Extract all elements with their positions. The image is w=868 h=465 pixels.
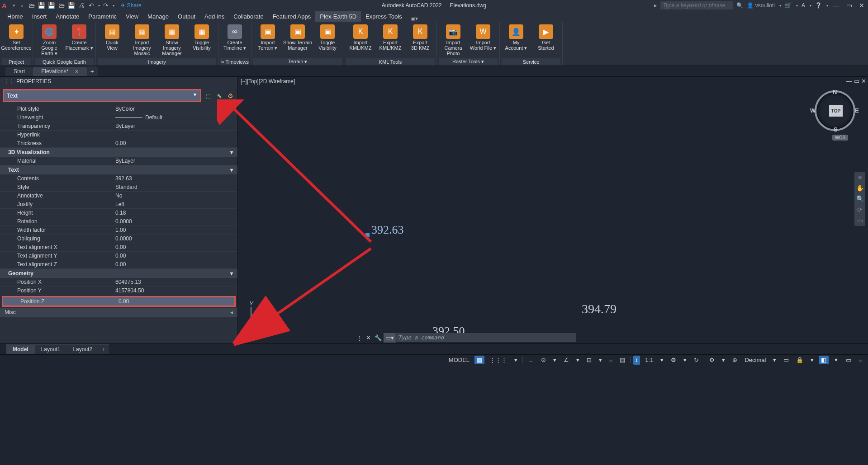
panel-title[interactable]: Project [2, 58, 31, 66]
group-geometry[interactable]: Geometry▾ [0, 269, 237, 278]
ribbon-create-placemark[interactable]: 📍Create Placemark ▾ [65, 23, 94, 58]
nav-pan-icon[interactable]: ✋ [856, 184, 864, 192]
doc-tab-start[interactable]: Start [5, 67, 33, 76]
close-tab-icon[interactable]: ✕ [75, 69, 79, 74]
nav-zoom-icon[interactable]: 🔍 [856, 195, 864, 202]
menu-tab-collaborate[interactable]: Collaborate [229, 11, 268, 22]
group-text[interactable]: Text▾ [0, 165, 237, 174]
viewcube[interactable]: TOP N S E W [815, 90, 855, 131]
layout-drop-icon[interactable]: ▶ [654, 4, 657, 8]
prop-value[interactable]: 392.63 [115, 175, 237, 182]
status-hardware-icon[interactable]: ✦ [831, 356, 841, 364]
status-osnap-icon[interactable]: ⊡ [584, 356, 594, 364]
status-scale[interactable]: 1:1 [643, 356, 655, 364]
user-account[interactable]: 👤 vsoulioti [747, 2, 775, 9]
quick-select-icon[interactable]: ⚙ [226, 91, 235, 100]
ribbon-toggle-visibility[interactable]: ▣Toggle Visibility [313, 23, 342, 58]
prop-value[interactable]: Standard [115, 184, 237, 190]
prop-material[interactable]: MaterialByLayer [0, 157, 237, 165]
status-isodraft-icon[interactable]: ∠ [561, 356, 571, 364]
help-icon[interactable]: ❔ [815, 2, 822, 9]
selected-text-object[interactable]: 392.63 [371, 223, 404, 237]
qat-undo-icon[interactable]: ↶ [87, 1, 95, 9]
prop-height[interactable]: Height0.18 [0, 209, 237, 217]
cmd-customize-icon[interactable]: ⋮ [355, 334, 364, 341]
menu-tab-home[interactable]: Home [3, 11, 28, 22]
ribbon-import-kml-kmz[interactable]: KImport KML/KMZ [346, 23, 375, 58]
prop-value[interactable]: Default [115, 114, 237, 121]
prop-lineweight[interactable]: LineweightDefault [0, 113, 237, 122]
redo-drop[interactable]: ▾ [113, 4, 114, 8]
ribbon-zoom-google-earth[interactable]: 🌐Zoom Google Earth ▾ [35, 23, 64, 58]
status-transparency-icon[interactable]: ▤ [617, 356, 627, 364]
nav-showmotion-icon[interactable]: ▭ [857, 217, 863, 224]
navigation-bar[interactable]: ⎈ ✋ 🔍 ⟳ ▭ [854, 172, 865, 226]
ribbon-set-georeference[interactable]: ✦Set Georeference [2, 23, 31, 58]
ribbon-show-terrain-manager[interactable]: ▣Show Terrain Manager [283, 23, 312, 58]
qat-save-icon[interactable]: 💾 [38, 1, 46, 9]
prop-value[interactable]: ByLayer [115, 158, 237, 164]
panel-grip-icon[interactable]: ⋮⋮ [4, 78, 14, 85]
menu-tab-output[interactable]: Output [173, 11, 200, 22]
prop-width-factor[interactable]: Width factor1.00 [0, 226, 237, 235]
ribbon-import-imagery-mosaic[interactable]: ▦Import Imagery Mosaic [128, 23, 157, 58]
ribbon-quick-view[interactable]: ▦Quick View [98, 23, 127, 58]
panel-title[interactable]: Quick Google Earth [35, 58, 94, 66]
status-annoscale-icon[interactable]: ⟟ [633, 356, 640, 365]
new-doc-tab[interactable]: + [87, 66, 98, 76]
prop-value[interactable]: 0.0000 [115, 235, 237, 242]
prop-hyperlink[interactable]: Hyperlink [0, 131, 237, 139]
cart-icon[interactable]: 🛒 [785, 2, 792, 9]
menu-tab-manage[interactable]: Manage [143, 11, 173, 22]
ribbon-my-account[interactable]: 👤My Account ▾ [502, 23, 531, 58]
qat-plot-icon[interactable]: 🖨 [77, 1, 85, 9]
prop-plot-style[interactable]: Plot styleByColor [0, 105, 237, 113]
vp-restore-icon[interactable]: ▭ [854, 78, 859, 85]
layout-tab-layout2[interactable]: Layout2 [66, 344, 99, 354]
user-drop[interactable]: ▾ [779, 4, 781, 8]
prop-style[interactable]: StyleStandard [0, 183, 237, 192]
doc-tab-elevations[interactable]: Elevations* ✕ [33, 67, 86, 76]
prop-transparency[interactable]: TransparencyByLayer [0, 122, 237, 131]
status-grid-icon[interactable]: ▦ [474, 356, 484, 364]
menu-tab-plex-earth-5d[interactable]: Plex-Earth 5D [315, 11, 361, 22]
layout-tab-layout1[interactable]: Layout1 [35, 344, 67, 354]
prop-text-alignment-z[interactable]: Text alignment Z0.00 [0, 260, 237, 269]
undo-drop[interactable]: ▾ [98, 4, 100, 8]
ribbon-get-started[interactable]: ▶Get Started [531, 23, 560, 58]
viewcube-face[interactable]: TOP [829, 105, 843, 117]
prop-position-x[interactable]: Position X604975.13 [0, 278, 237, 287]
cmd-wrench-icon[interactable]: 🔧 [373, 334, 384, 341]
wcs-badge[interactable]: WCS [832, 135, 848, 141]
prop-contents[interactable]: Contents392.63 [0, 174, 237, 183]
status-cycle-icon[interactable]: ↻ [692, 356, 701, 364]
ribbon-import-world-file[interactable]: WImport World File ▾ [469, 23, 498, 58]
viewcube-e[interactable]: E [855, 107, 859, 114]
ribbon-show-imagery-manager[interactable]: ▦Show Imagery Manager [157, 23, 186, 58]
status-snapmode-drop[interactable]: ▾ [512, 356, 520, 364]
command-input[interactable] [395, 333, 576, 342]
restore-button[interactable]: ▭ [844, 2, 854, 9]
cmd-close-icon[interactable]: ✕ [364, 334, 373, 341]
select-objects-icon[interactable]: ⬉ [215, 91, 224, 100]
command-line[interactable]: ⋮ ✕ 🔧 ▭▾ [355, 333, 576, 343]
vp-close-icon[interactable]: ✕ [861, 78, 866, 85]
toggle-pickadd-icon[interactable]: ⬚ [204, 91, 213, 100]
minimize-button[interactable]: — [832, 2, 841, 9]
viewcube-w[interactable]: W [810, 107, 816, 114]
prop-value[interactable]: 0.00 [115, 140, 237, 146]
cmd-history-icon[interactable]: ▭▾ [384, 333, 396, 343]
prop-value[interactable] [115, 132, 237, 138]
status-workspace-icon[interactable]: ⚙ [707, 356, 717, 364]
viewcube-n[interactable]: N [833, 89, 837, 95]
prop-value[interactable]: ByColor [115, 106, 237, 112]
share-button[interactable]: ✈ Share [121, 2, 142, 9]
panel-title[interactable]: ∞ Timeviews [220, 58, 249, 66]
status-isolate-icon[interactable]: ◧ [819, 356, 829, 364]
prop-value[interactable]: Left [115, 201, 237, 207]
status-ortho-icon[interactable]: ∟ [526, 356, 536, 364]
prop-value[interactable]: 0.0000 [115, 218, 237, 225]
menu-tab-view[interactable]: View [121, 11, 143, 22]
viewport-label[interactable]: [−][Top][2D Wireframe] [241, 78, 295, 85]
status-snapmode-icon[interactable]: ⋮⋮⋮ [487, 356, 509, 364]
